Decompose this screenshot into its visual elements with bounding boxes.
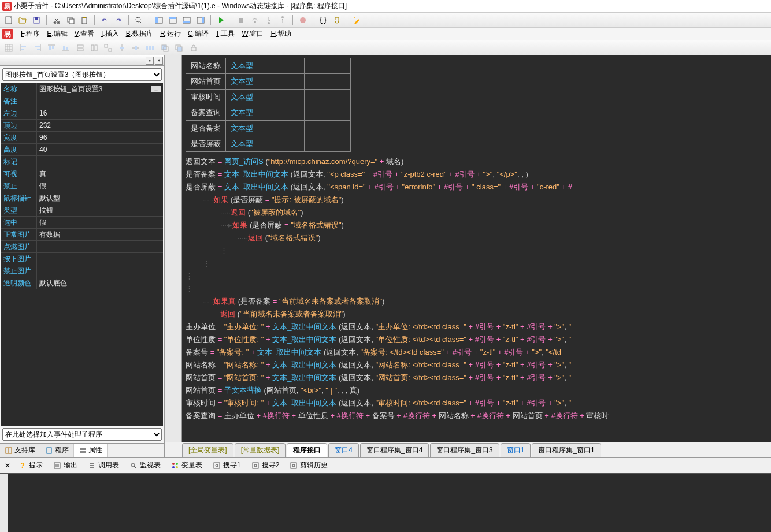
same-width-button[interactable]: [74, 42, 87, 54]
bottom-close-button[interactable]: ✕: [2, 460, 13, 471]
layout-4-button[interactable]: [194, 14, 207, 27]
code-tab[interactable]: 窗口1: [501, 443, 531, 457]
breakpoint-button[interactable]: [296, 14, 309, 27]
panel-tab-属性[interactable]: 属性: [74, 444, 108, 457]
panel-tab-程序[interactable]: 程序: [40, 444, 74, 457]
redo-button[interactable]: [112, 14, 125, 27]
prop-value[interactable]: 假: [37, 180, 163, 192]
layout-1-button[interactable]: [153, 14, 165, 27]
code-editor[interactable]: 网站名称文本型网站首页文本型审核时间文本型备案查询文本型是否备案文本型是否屏蔽文…: [165, 55, 771, 457]
grid-button[interactable]: [2, 42, 15, 54]
prop-value[interactable]: 40: [37, 144, 163, 155]
prop-value[interactable]: [37, 253, 163, 265]
same-height-button[interactable]: [88, 42, 101, 54]
menu-V.查看[interactable]: V.查看: [71, 28, 98, 40]
wizard-button[interactable]: [351, 14, 364, 27]
braces-button[interactable]: {}: [317, 14, 329, 27]
stop-button[interactable]: [235, 14, 247, 27]
find-button[interactable]: [132, 14, 145, 27]
panel-pin-button[interactable]: ▫: [146, 57, 154, 65]
property-grid[interactable]: 名称图形按钮_首页设置3…备注左边16顶边232宽度96高度40标记可视真禁止假…: [1, 83, 163, 426]
prop-value[interactable]: [37, 156, 163, 168]
open-file-button[interactable]: [16, 14, 29, 27]
bottom-tab-变量表[interactable]: 变量表: [166, 459, 207, 472]
bottom-tab-提示[interactable]: ?提示: [14, 459, 47, 472]
prop-row[interactable]: 按下图片: [1, 253, 163, 265]
center-h-button[interactable]: [116, 42, 128, 54]
spacing-h-button[interactable]: [143, 42, 156, 54]
prop-value[interactable]: 假: [37, 217, 163, 228]
bottom-tab-搜寻2[interactable]: 搜寻2: [247, 459, 284, 472]
code-tab[interactable]: [常量数据表]: [235, 443, 286, 457]
menu-B.数据库[interactable]: B.数据库: [123, 28, 157, 40]
align-top-button[interactable]: [45, 42, 58, 54]
menu-C.编译[interactable]: C.编译: [184, 28, 212, 40]
menu-W.窗口[interactable]: W.窗口: [238, 28, 267, 40]
step-into-button[interactable]: [262, 14, 275, 27]
prop-row[interactable]: 禁止假: [1, 180, 163, 192]
prop-edit-button[interactable]: …: [151, 86, 161, 92]
prop-value[interactable]: 按钮: [37, 204, 163, 216]
bring-front-button[interactable]: [158, 42, 171, 54]
prop-row[interactable]: 透明颜色默认底色: [1, 277, 163, 289]
menu-I.插入[interactable]: I.插入: [98, 28, 123, 40]
prop-value[interactable]: 默认型: [37, 192, 163, 204]
prop-row[interactable]: 正常图片有数据: [1, 229, 163, 241]
code-tab[interactable]: 窗口程序集_窗口4: [360, 443, 429, 457]
prop-value[interactable]: 有数据: [37, 229, 163, 240]
code-tab[interactable]: 窗口程序集_窗口1: [532, 443, 601, 457]
code-tab[interactable]: 窗口4: [328, 443, 359, 457]
step-out-button[interactable]: [276, 14, 289, 27]
center-v-button[interactable]: [129, 42, 142, 54]
bottom-tab-监视表[interactable]: 监视表: [125, 459, 165, 472]
prop-row[interactable]: 鼠标指针默认型: [1, 192, 163, 204]
prop-value[interactable]: [37, 241, 163, 252]
prop-value[interactable]: 图形按钮_首页设置3…: [37, 83, 163, 95]
align-bottom-button[interactable]: [59, 42, 72, 54]
lock-button[interactable]: [187, 42, 200, 54]
cut-button[interactable]: [50, 14, 63, 27]
copy-button[interactable]: [64, 14, 77, 27]
object-selector[interactable]: 图形按钮_首页设置3（图形按钮）: [2, 68, 162, 81]
prop-row[interactable]: 点燃图片: [1, 241, 163, 253]
event-selector[interactable]: 在此处选择加入事件处理子程序: [2, 428, 162, 441]
layout-3-button[interactable]: [180, 14, 193, 27]
panel-tab-支持库[interactable]: 支持库: [0, 444, 40, 457]
prop-value[interactable]: [37, 95, 163, 107]
save-button[interactable]: [30, 14, 43, 27]
same-size-button[interactable]: [102, 42, 114, 54]
panel-close-button[interactable]: ×: [155, 57, 163, 65]
send-back-button[interactable]: [172, 42, 185, 54]
code-tab[interactable]: [全局变量表]: [182, 443, 233, 457]
prop-value[interactable]: 默认底色: [37, 277, 163, 289]
code-tab[interactable]: 窗口程序集_窗口3: [430, 443, 499, 457]
bottom-tab-调用表[interactable]: 调用表: [83, 459, 124, 472]
hand-button[interactable]: [331, 14, 343, 27]
bottom-tab-搜寻1[interactable]: 搜寻1: [208, 459, 246, 472]
align-right-button[interactable]: [31, 42, 44, 54]
undo-button[interactable]: [98, 14, 111, 27]
prop-row[interactable]: 禁止图片: [1, 265, 163, 277]
bottom-tab-输出[interactable]: 输出: [49, 459, 82, 472]
align-left-button[interactable]: [17, 42, 30, 54]
new-file-button[interactable]: [2, 14, 15, 27]
output-area[interactable]: [0, 473, 771, 532]
run-button[interactable]: [214, 14, 227, 27]
prop-row[interactable]: 类型按钮: [1, 204, 163, 217]
prop-row[interactable]: 名称图形按钮_首页设置3…: [1, 83, 163, 95]
paste-button[interactable]: [78, 14, 91, 27]
menu-T.工具[interactable]: T.工具: [212, 28, 238, 40]
prop-row[interactable]: 顶边232: [1, 120, 163, 132]
prop-value[interactable]: [37, 265, 163, 277]
prop-value[interactable]: 真: [37, 168, 163, 180]
menu-F.程序[interactable]: F.程序: [17, 28, 43, 40]
prop-value[interactable]: 96: [37, 132, 163, 143]
prop-row[interactable]: 备注: [1, 95, 163, 107]
prop-value[interactable]: 232: [37, 120, 163, 131]
prop-row[interactable]: 可视真: [1, 168, 163, 180]
prop-row[interactable]: 标记: [1, 156, 163, 168]
layout-2-button[interactable]: [166, 14, 179, 27]
prop-row[interactable]: 左边16: [1, 107, 163, 120]
code-tab[interactable]: 程序接口: [287, 443, 327, 457]
menu-H.帮助[interactable]: H.帮助: [267, 28, 295, 40]
